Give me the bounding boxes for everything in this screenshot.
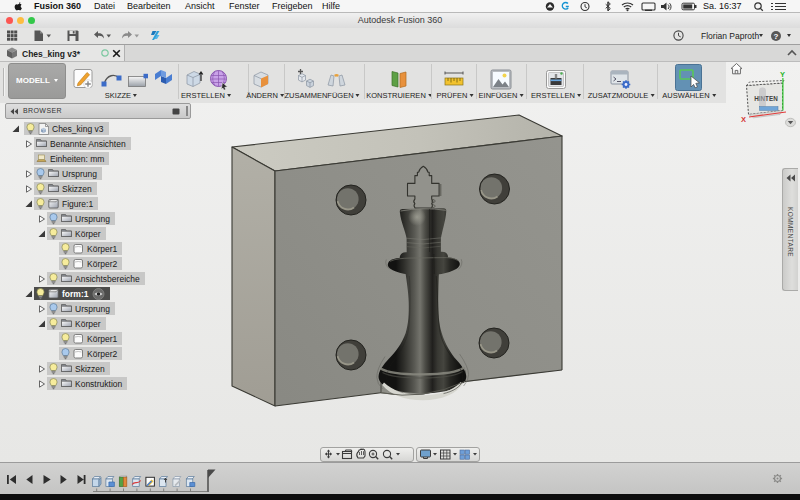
svg-text:?: ? (774, 32, 779, 41)
svg-text:Y: Y (780, 70, 785, 79)
svg-text:HINTEN: HINTEN (754, 95, 778, 102)
svg-text:X: X (741, 115, 746, 124)
